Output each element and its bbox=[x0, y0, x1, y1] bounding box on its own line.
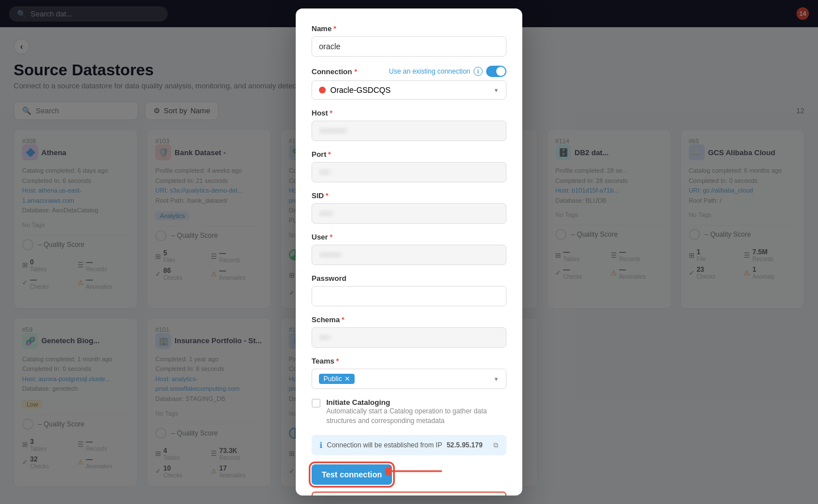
connection-label: Connection * bbox=[312, 67, 357, 76]
connection-value: Oracle-GSDCQS bbox=[330, 86, 391, 95]
initiate-desc: Automatically start a Catalog operation … bbox=[326, 407, 506, 426]
user-input[interactable] bbox=[312, 245, 506, 265]
modal-overlay[interactable]: Name * Connection * Use an existing conn… bbox=[0, 0, 818, 504]
arrow-annotation bbox=[385, 460, 453, 482]
port-field-group: Port * bbox=[312, 150, 506, 182]
password-input[interactable] bbox=[312, 286, 506, 306]
required-marker: * bbox=[333, 24, 336, 33]
teams-value: Public bbox=[323, 375, 342, 383]
user-field-group: User * bbox=[312, 233, 506, 265]
ip-text: Connection will be established from IP bbox=[327, 441, 442, 449]
password-label: Password bbox=[312, 274, 506, 283]
toggle-switch[interactable] bbox=[486, 66, 506, 77]
name-input[interactable] bbox=[312, 36, 506, 57]
modal-dialog: Name * Connection * Use an existing conn… bbox=[296, 8, 522, 496]
host-input[interactable] bbox=[312, 121, 506, 141]
teams-remove-icon[interactable]: ✕ bbox=[344, 375, 350, 383]
connection-select[interactable]: Oracle-GSDCQS ▼ bbox=[312, 80, 506, 100]
port-input[interactable] bbox=[312, 162, 506, 182]
initiate-content: Initiate Cataloging Automatically start … bbox=[326, 398, 506, 426]
schema-label: Schema * bbox=[312, 315, 506, 324]
info-icon[interactable]: i bbox=[474, 67, 483, 76]
dropdown-arrow-icon: ▼ bbox=[493, 87, 499, 93]
teams-tag: Public ✕ bbox=[319, 374, 355, 384]
ip-address: 52.5.95.179 bbox=[446, 441, 482, 449]
host-field-group: Host * bbox=[312, 109, 506, 141]
ip-notice: ℹ Connection will be established from IP… bbox=[312, 435, 506, 455]
use-existing-toggle[interactable]: Use an existing connection i bbox=[389, 66, 506, 77]
copy-icon[interactable]: ⧉ bbox=[493, 441, 499, 449]
sid-input[interactable] bbox=[312, 203, 506, 224]
teams-field-group: Teams * Public ✕ ▼ bbox=[312, 357, 506, 389]
teams-dropdown-arrow-icon: ▼ bbox=[493, 376, 499, 382]
sid-label: SID * bbox=[312, 191, 506, 200]
sid-field-group: SID * bbox=[312, 191, 506, 224]
teams-input[interactable]: Public ✕ ▼ bbox=[312, 369, 506, 389]
connection-field-group: Connection * Use an existing connection … bbox=[312, 66, 506, 100]
schema-input[interactable] bbox=[312, 327, 506, 348]
user-label: User * bbox=[312, 233, 506, 241]
initiate-cataloging-row: Initiate Cataloging Automatically start … bbox=[312, 398, 506, 426]
initiate-title: Initiate Cataloging bbox=[326, 398, 506, 407]
test-connection-wrapper: Test connection bbox=[312, 464, 392, 485]
use-existing-label: Use an existing connection bbox=[389, 67, 470, 75]
success-message: Your datastore connection has been verif… bbox=[312, 492, 506, 496]
test-connection-button[interactable]: Test connection bbox=[312, 464, 392, 485]
info-circle-icon: ℹ bbox=[319, 441, 322, 450]
port-label: Port * bbox=[312, 150, 506, 159]
connection-header: Connection * Use an existing connection … bbox=[312, 66, 506, 77]
password-field-group: Password bbox=[312, 274, 506, 306]
teams-label: Teams * bbox=[312, 357, 506, 365]
name-field-group: Name * bbox=[312, 24, 506, 57]
name-label: Name * bbox=[312, 24, 506, 33]
initiate-checkbox[interactable] bbox=[312, 399, 321, 408]
schema-field-group: Schema * bbox=[312, 315, 506, 348]
host-label: Host * bbox=[312, 109, 506, 117]
oracle-indicator bbox=[319, 87, 326, 93]
